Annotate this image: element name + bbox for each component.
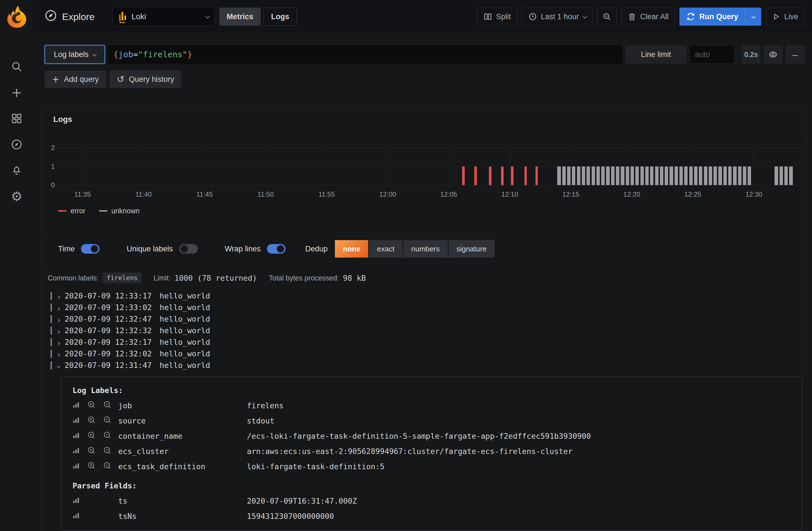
tab-logs[interactable]: Logs: [263, 8, 297, 26]
wrap-lines-toggle[interactable]: [267, 244, 286, 254]
chart-bar-unknown: [679, 167, 683, 185]
log-row[interactable]: 2020-07-09 12:32:47 hello_world: [50, 313, 807, 325]
filter-for-value-icon[interactable]: [87, 416, 96, 426]
filter-out-value-icon[interactable]: [103, 446, 112, 456]
dedup-option-exact[interactable]: exact: [369, 240, 402, 258]
live-button[interactable]: Live: [766, 8, 804, 26]
chevron-right-icon[interactable]: [57, 349, 59, 358]
legend-item-unknown[interactable]: unknown: [99, 207, 140, 215]
chart-bar-unknown: [738, 167, 741, 185]
chart-bar-unknown: [650, 167, 653, 185]
filter-out-value-icon[interactable]: [103, 431, 112, 441]
chevron-right-icon[interactable]: [57, 338, 59, 346]
legend-color-unknown: [99, 210, 107, 212]
log-labels-selector[interactable]: Log labels: [45, 45, 105, 64]
chart-bar-unknown: [567, 167, 570, 185]
filter-for-value-icon[interactable]: [87, 431, 96, 441]
x-gridline: [510, 138, 510, 185]
label-row: ecs_cluster arn:aws:ecs:us-east-2:905628…: [73, 444, 797, 459]
stats-icon[interactable]: [73, 447, 80, 456]
query-history-button[interactable]: ↺ Query history: [110, 71, 182, 88]
filter-out-value-icon[interactable]: [103, 416, 112, 426]
chart-bar-unknown: [626, 167, 629, 185]
loki-logo-icon: [118, 11, 128, 23]
x-tick-label: 12:10: [502, 190, 518, 198]
time-range-picker[interactable]: Last 1 hour: [522, 8, 593, 26]
chart-bar-unknown: [713, 167, 717, 185]
remove-query-button[interactable]: –: [785, 45, 804, 64]
run-query-button[interactable]: Run Query: [679, 8, 745, 26]
log-line: hello_world: [160, 303, 210, 312]
line-limit-label: Line limit: [625, 45, 687, 64]
chevron-right-icon[interactable]: [57, 303, 59, 312]
chevron-right-icon[interactable]: [57, 315, 59, 323]
filter-for-value-icon[interactable]: [87, 400, 96, 411]
chart-bar-unknown: [699, 167, 702, 185]
filter-out-value-icon[interactable]: [103, 461, 112, 472]
alerting-bell-icon[interactable]: [11, 164, 23, 177]
chevron-down-icon[interactable]: [57, 361, 59, 370]
chart-bar-unknown: [655, 167, 658, 185]
unique-labels-toggle-label: Unique labels: [127, 245, 173, 253]
add-icon[interactable]: +: [11, 86, 23, 99]
log-row[interactable]: 2020-07-09 12:33:02 hello_world: [50, 302, 807, 313]
log-row[interactable]: 2020-07-09 12:32:32 hello_world: [50, 325, 807, 336]
chart-bar-unknown: [572, 167, 575, 185]
add-query-button[interactable]: + Add query: [45, 71, 106, 88]
run-query-dropdown-button[interactable]: [745, 8, 761, 26]
log-level-bar: [50, 292, 52, 300]
bytes-processed-value: 98 kB: [343, 274, 366, 283]
log-level-bar: [50, 350, 52, 358]
hide-query-eye-button[interactable]: [764, 45, 783, 64]
filter-for-value-icon[interactable]: [87, 446, 96, 456]
line-limit-input[interactable]: [690, 45, 735, 64]
x-gridline: [388, 138, 388, 185]
dedup-label: Dedup: [305, 245, 328, 253]
grafana-logo[interactable]: [0, 0, 33, 33]
log-line: hello_world: [160, 291, 210, 300]
zoom-out-button[interactable]: [597, 8, 617, 26]
unique-labels-toggle[interactable]: [179, 244, 198, 254]
stats-icon[interactable]: [73, 462, 80, 471]
chevron-right-icon[interactable]: [57, 291, 59, 300]
parsed-field-key: tsNs: [118, 512, 247, 520]
log-level-bar: [50, 327, 52, 335]
log-row[interactable]: 2020-07-09 12:32:17 hello_world: [50, 336, 807, 348]
dedup-option-none[interactable]: none: [335, 240, 368, 258]
time-toggle[interactable]: [81, 244, 100, 254]
legend-item-error[interactable]: error: [58, 207, 86, 215]
dedup-option-numbers[interactable]: numbers: [404, 240, 448, 258]
log-row-expanded[interactable]: 2020-07-09 12:31:47 hello_world: [50, 359, 807, 371]
x-tick-label: 11:35: [74, 190, 90, 198]
filter-out-value-icon[interactable]: [103, 400, 112, 411]
search-icon[interactable]: [11, 60, 23, 73]
dedup-option-signature[interactable]: signature: [449, 240, 495, 258]
filter-for-value-icon[interactable]: [87, 461, 96, 472]
chevron-right-icon[interactable]: [57, 326, 59, 335]
tab-metrics[interactable]: Metrics: [219, 8, 261, 26]
chart-bar-unknown: [665, 167, 668, 185]
log-row[interactable]: 2020-07-09 12:32:02 hello_world: [50, 348, 807, 359]
log-row[interactable]: 2020-07-09 12:33:17 hello_world: [50, 290, 807, 302]
x-tick-label: 12:00: [379, 190, 396, 198]
datasource-picker[interactable]: Loki: [113, 7, 215, 26]
explore-compass-icon[interactable]: [11, 138, 23, 151]
stats-icon[interactable]: [73, 431, 80, 441]
chart-bar-unknown: [733, 167, 736, 185]
settings-gear-icon[interactable]: ⚙: [11, 190, 23, 203]
log-level-bar: [50, 361, 52, 369]
stats-icon[interactable]: [73, 496, 80, 505]
chart-bar-unknown: [709, 167, 712, 185]
label-row: source stdout: [73, 413, 797, 428]
dashboards-icon[interactable]: [11, 112, 23, 125]
stats-icon[interactable]: [73, 401, 80, 410]
chart-bar-unknown: [630, 167, 634, 185]
x-gridline: [265, 138, 266, 185]
clear-all-button[interactable]: Clear All: [621, 8, 675, 26]
stats-icon[interactable]: [73, 512, 80, 520]
chart-bar-unknown: [669, 167, 673, 185]
parsed-field-row: tsNs 1594312307000000000: [73, 508, 797, 524]
stats-icon[interactable]: [73, 416, 80, 425]
query-expression-input[interactable]: {job="firelens"}: [108, 45, 622, 64]
split-button[interactable]: Split: [477, 8, 518, 26]
